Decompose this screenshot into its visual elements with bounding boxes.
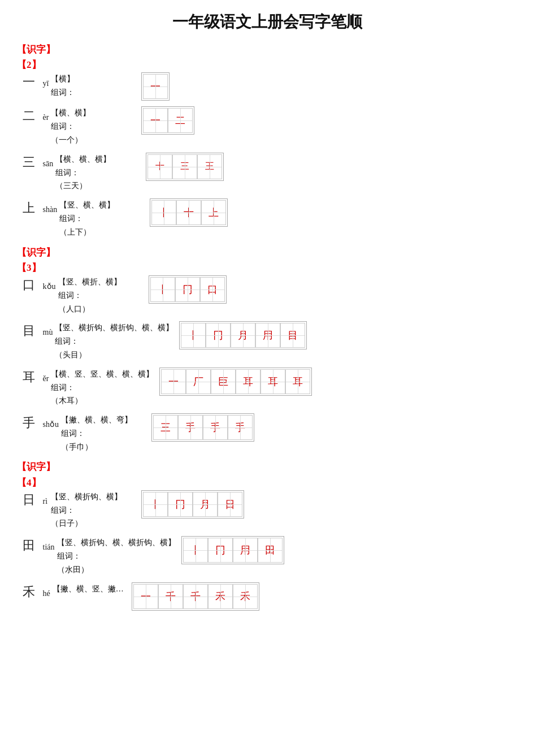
info-kou: 【竖、横折、横】 组词： （人口） [58, 275, 132, 316]
char-row-shang: 上 shàn 【竖、横、横】 组词： （上下） 丨 十 [17, 198, 517, 239]
section-label-2: 【识字】 [17, 42, 517, 57]
hanzi-er2: 耳 [23, 370, 35, 384]
hanzi-yi: 一 [23, 75, 35, 89]
info-mu: 【竖、横折钩、横折钩、横、横】 组词： （头目） [55, 321, 173, 361]
char-row-er: 二 èr 【横、横】 组词： （一个） 一 二 [17, 106, 517, 146]
hanzi-kou: 口 [23, 278, 35, 292]
pinyin-er2: ěr [43, 374, 49, 383]
info-shang: 【竖、横、横】 组词： （上下） [59, 198, 133, 239]
hanzi-er: 二 [23, 109, 35, 123]
char-row-kou: 口 kǒu 【竖、横折、横】 组词： （人口） 丨 冂 [17, 275, 517, 316]
section-sublabel-4: 【4】 [17, 475, 517, 490]
pinyin-kou: kǒu [43, 282, 56, 291]
hanzi-shou: 手 [23, 416, 35, 430]
info-er: 【横、横】 组词： （一个） [51, 106, 124, 146]
info-yi: 【横】 组词： [51, 72, 124, 100]
char-row-ri: 日 rì 【竖、横折钩、横】 组词： （日子） 丨 冂 [17, 490, 517, 530]
hanzi-shang: 上 [23, 201, 35, 215]
stroke-yi: 一 [141, 72, 170, 101]
pinyin-tian: tián [43, 543, 55, 551]
pinyin-ri: rì [43, 497, 48, 506]
hanzi-tian: 田 [23, 538, 35, 552]
pinyin-san: sān [43, 159, 54, 168]
info-san: 【横、横、横】 组词： （三天） [55, 153, 129, 193]
info-tian: 【竖、横折钩、横、横折钩、横】 组词： （水田） [57, 536, 176, 576]
section-label-3: 【识字】 [17, 245, 517, 260]
pinyin-shou: shǒu [43, 420, 59, 429]
stroke-er2: 一 厂 巨 耳 耳 [159, 368, 312, 396]
char-row-he: 禾 hé 【撇、横、竖、撇… 一 千 [17, 582, 517, 611]
pinyin-er: èr [43, 113, 49, 122]
stroke-tian: 丨 冂 用 田 [181, 536, 284, 564]
info-ri: 【竖、横折钩、横】 组词： （日子） [51, 490, 124, 530]
char-row-mu: 目 mù 【竖、横折钩、横折钩、横、横】 组词： （头目） 丨 冂 [17, 321, 517, 361]
section-sublabel-2: 【2】 [17, 57, 517, 72]
char-row-shou: 手 shǒu 【撇、横、横、弯】 组词： （手巾） 三 手 [17, 413, 517, 453]
char-row-yi: 一 yī 【横】 组词： 一 [17, 72, 517, 101]
stroke-kou: 丨 冂 口 [149, 275, 227, 304]
section-3: 【识字】 【3】 口 kǒu 【竖、横折、横】 组词： （人口） 丨 [17, 245, 517, 454]
page-title: 一年级语文上册会写字笔顺 [17, 11, 517, 33]
hanzi-he: 禾 [23, 585, 35, 599]
char-row-tian: 田 tián 【竖、横折钩、横、横折钩、横】 组词： （水田） 丨 冂 [17, 536, 517, 576]
section-sublabel-3: 【3】 [17, 260, 517, 275]
stroke-er: 一 二 [141, 106, 194, 135]
content-area: 【识字】 【2】 一 yī 【横】 组词： 一 [17, 42, 517, 611]
section-4: 【识字】 【4】 日 rì 【竖、横折钩、横】 组词： （日子） 丨 [17, 459, 517, 610]
hanzi-san: 三 [23, 155, 35, 169]
info-er2: 【横、竖、竖、横、横、横】 组词： （木耳） [51, 368, 154, 408]
char-row-san: 三 sān 【横、横、横】 组词： （三天） 十 三 [17, 153, 517, 193]
hanzi-mu: 目 [23, 323, 35, 338]
stroke-shang: 丨 十 上 [150, 198, 228, 227]
info-he: 【撇、横、竖、撇… [53, 582, 126, 596]
stroke-shou: 三 手 手 手 [151, 413, 254, 442]
pinyin-yi: yī [43, 79, 49, 88]
char-row-er2: 耳 ěr 【横、竖、竖、横、横、横】 组词： （木耳） 一 厂 [17, 368, 517, 408]
stroke-ri: 丨 冂 月 日 [141, 490, 244, 519]
pinyin-mu: mù [43, 328, 53, 336]
info-shou: 【撇、横、横、弯】 组词： （手巾） [61, 413, 134, 453]
stroke-he: 一 千 千 禾 禾 [132, 582, 259, 611]
pinyin-shang: shàn [43, 205, 58, 214]
pinyin-he: hé [43, 589, 50, 598]
stroke-mu: 丨 冂 月 用 目 [179, 321, 307, 349]
hanzi-ri: 日 [23, 493, 35, 507]
section-2: 【识字】 【2】 一 yī 【横】 组词： 一 [17, 42, 517, 239]
section-label-4: 【识字】 [17, 459, 517, 474]
stroke-san: 十 三 王 [146, 153, 224, 181]
